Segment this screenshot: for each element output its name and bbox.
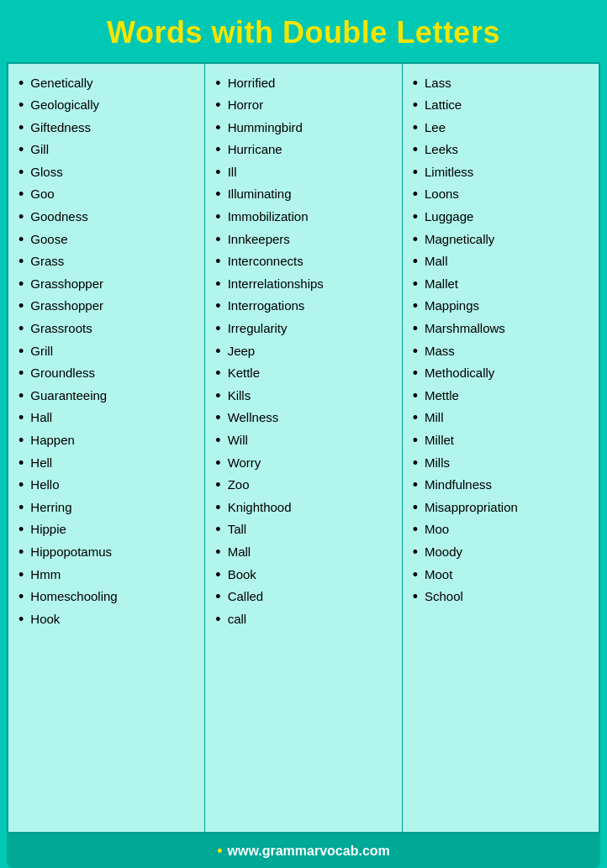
bullet-icon: • — [215, 119, 220, 138]
word-text: Hmm — [30, 566, 61, 583]
word-text: Kills — [228, 387, 251, 404]
list-item: •Homeschooling — [12, 587, 198, 609]
bullet-icon: • — [215, 164, 220, 182]
word-text: Grasshopper — [30, 297, 103, 314]
bullet-icon: • — [215, 75, 220, 93]
bullet-icon: • — [215, 611, 220, 629]
word-text: Genetically — [30, 75, 92, 92]
word-text: Mall — [228, 544, 251, 560]
list-item: •Moo — [406, 519, 592, 542]
word-text: Moot — [425, 566, 452, 583]
word-text: Tall — [228, 521, 247, 538]
word-text: Goo — [30, 186, 54, 203]
word-text: Lee — [425, 119, 446, 136]
list-item: •Moody — [406, 541, 592, 564]
word-text: Marshmallows — [425, 320, 505, 337]
bullet-icon: • — [18, 231, 24, 250]
bullet-icon: • — [215, 276, 220, 294]
word-text: call — [228, 611, 247, 628]
word-text: Hippie — [30, 521, 66, 538]
word-text: Wellness — [228, 409, 279, 426]
list-item: •Lattice — [406, 95, 592, 118]
list-item: •Interconnects — [208, 251, 394, 274]
list-item: •Immobilization — [208, 207, 394, 229]
word-text: Horror — [228, 97, 264, 113]
word-text: Moody — [425, 544, 462, 560]
bullet-icon: • — [215, 320, 220, 339]
list-item: •Hell — [12, 452, 198, 475]
bullet-icon: • — [413, 544, 418, 562]
bullet-icon: • — [215, 253, 220, 271]
list-item: •Hummingbird — [208, 117, 394, 139]
bullet-icon: • — [413, 119, 418, 138]
word-text: Innkeepers — [228, 231, 290, 248]
bullet-icon: • — [215, 343, 220, 361]
list-item: •Grassroots — [12, 318, 198, 341]
word-text: School — [425, 588, 463, 605]
word-text: Giftedness — [30, 119, 91, 136]
bullet-icon: • — [413, 365, 418, 383]
bullet-icon: • — [413, 320, 418, 339]
list-item: •Herring — [12, 497, 198, 519]
list-item: •Interrogations — [208, 296, 394, 318]
list-item: •Grass — [12, 251, 198, 274]
bullet-icon: • — [215, 521, 220, 539]
list-item: •Illuminating — [208, 184, 394, 207]
list-item: •Zoo — [208, 475, 394, 497]
word-text: Mall — [425, 253, 448, 270]
list-item: •Worry — [208, 452, 394, 475]
word-text: Happen — [30, 432, 75, 449]
bullet-icon: • — [215, 208, 220, 227]
word-text: Lattice — [425, 97, 462, 113]
bullet-icon: • — [413, 566, 418, 585]
bullet-icon: • — [413, 253, 418, 271]
list-item: •Gloss — [12, 161, 198, 184]
bullet-icon: • — [215, 432, 220, 450]
list-item: •Hippie — [12, 519, 198, 542]
list-item: •Called — [208, 587, 394, 609]
bullet-icon: • — [215, 499, 220, 518]
word-text: Hall — [30, 409, 52, 426]
bullet-icon: • — [413, 499, 418, 518]
column-2: •Horrified•Horror•Hummingbird•Hurricane•… — [205, 64, 402, 832]
word-text: Mettle — [425, 387, 459, 404]
list-item: •Grasshopper — [12, 296, 198, 318]
word-text: Millet — [425, 432, 454, 449]
bullet-icon: • — [215, 97, 220, 115]
word-text: Interconnects — [228, 253, 304, 270]
word-text: Luggage — [425, 208, 473, 225]
bullet-icon: • — [18, 409, 24, 428]
word-text: Goose — [30, 231, 67, 248]
bullet-icon: • — [18, 588, 24, 607]
word-list-1: •Genetically•Geologically•Giftedness•Gil… — [12, 72, 198, 631]
word-text: Geologically — [30, 97, 99, 113]
bullet-icon: • — [18, 343, 24, 361]
word-text: Lass — [425, 75, 451, 92]
bullet-icon: • — [18, 141, 24, 160]
bullet-icon: • — [215, 455, 220, 473]
bullet-icon: • — [413, 97, 418, 115]
list-item: •Hook — [12, 608, 198, 631]
bullet-icon: • — [215, 544, 220, 562]
bullet-icon: • — [215, 186, 220, 204]
bullet-icon: • — [413, 141, 418, 160]
bullet-icon: • — [413, 387, 418, 406]
list-item: •Leeks — [406, 139, 592, 162]
list-item: •Tall — [208, 519, 394, 542]
bullet-icon: • — [18, 119, 24, 138]
list-item: •Mill — [406, 408, 592, 430]
list-item: •Horror — [208, 95, 394, 118]
word-text: Knighthood — [228, 499, 292, 516]
list-item: •Lee — [406, 117, 592, 139]
word-text: Gloss — [30, 164, 62, 181]
list-item: •Methodically — [406, 363, 592, 386]
word-text: Interrelationships — [228, 276, 324, 292]
word-text: Limitless — [425, 164, 473, 181]
word-text: Leeks — [425, 141, 458, 158]
bullet-icon: • — [18, 97, 24, 115]
bullet-icon: • — [18, 297, 24, 316]
word-text: Irregularity — [228, 320, 288, 337]
column-1: •Genetically•Geologically•Giftedness•Gil… — [8, 64, 205, 832]
list-item: •Kettle — [208, 363, 394, 386]
bullet-icon: • — [215, 141, 220, 160]
